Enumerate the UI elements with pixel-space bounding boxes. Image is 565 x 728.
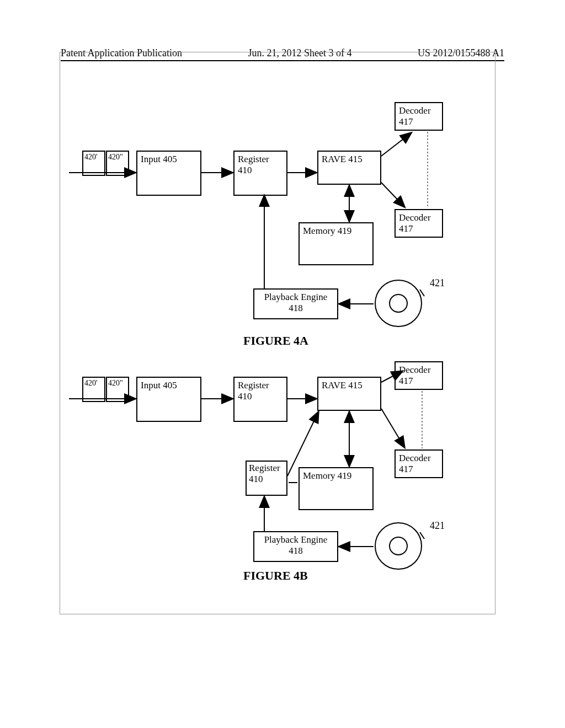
- packet-420-doubleprime-a: 420": [106, 151, 129, 176]
- svg-line-18: [287, 412, 318, 476]
- svg-line-3: [381, 133, 411, 156]
- decoder-top-b: Decoder417: [395, 361, 443, 390]
- packet-420-doubleprime-b: 420": [106, 377, 129, 402]
- decoder-bottom-a: Decoder417: [395, 209, 443, 238]
- figure-4a-caption: FIGURE 4A: [243, 334, 308, 348]
- register-main-box-b: Register 410: [233, 377, 287, 422]
- input-box-b: Input 405: [136, 377, 201, 422]
- memory-box-a: Memory 419: [299, 222, 374, 265]
- svg-line-14: [381, 409, 404, 447]
- packet-420-prime-a: 420': [82, 151, 105, 176]
- disc-ref-a: 421: [430, 277, 445, 289]
- diagram-page: 420' 420" Input 405 Register 410 RAVE 41…: [60, 52, 495, 614]
- disc-a: [375, 280, 422, 327]
- figure-4b-caption: FIGURE 4B: [243, 569, 308, 583]
- rave-box-b: RAVE 415: [317, 377, 381, 411]
- register-secondary-b: Register410: [246, 461, 287, 496]
- decoder-top-a: Decoder417: [395, 102, 443, 131]
- disc-b: [375, 522, 422, 570]
- input-box-a: Input 405: [136, 151, 201, 196]
- playback-box-b: Playback Engine418: [253, 531, 338, 562]
- rave-box-a: RAVE 415: [317, 151, 381, 185]
- svg-line-4: [381, 183, 404, 207]
- decoder-bottom-b: Decoder417: [395, 449, 443, 478]
- playback-box-a: Playback Engine418: [253, 288, 338, 319]
- packet-420-prime-b: 420': [82, 377, 105, 402]
- memory-box-b: Memory 419: [299, 467, 374, 510]
- register-box-a: Register 410: [233, 151, 287, 196]
- disc-ref-b: 421: [430, 520, 445, 532]
